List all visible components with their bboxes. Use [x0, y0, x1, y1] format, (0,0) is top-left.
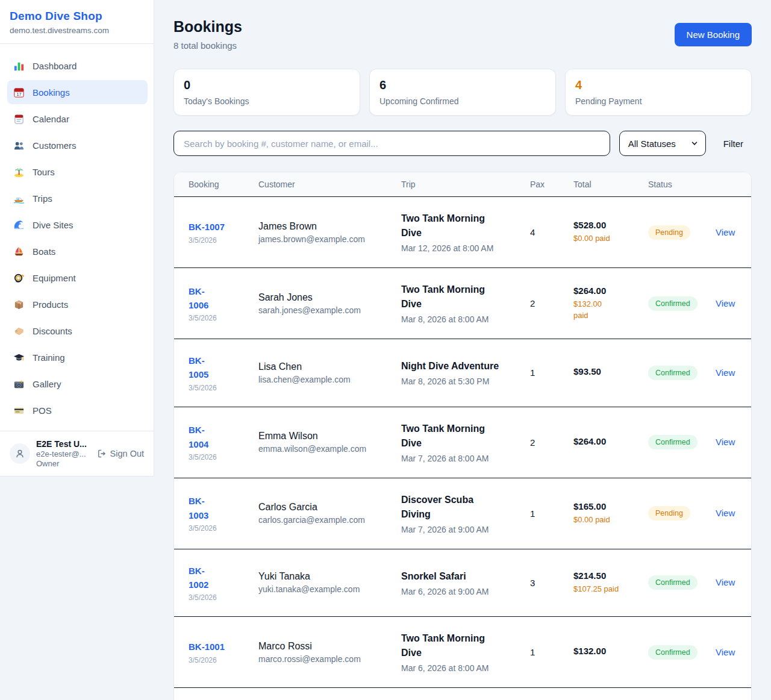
- trip-name: Two Tank Morning Dive: [401, 211, 511, 240]
- sidebar-item-pos[interactable]: POS: [7, 398, 148, 422]
- status-badge: Confirmed: [648, 575, 698, 590]
- pax-count: 2: [530, 437, 554, 448]
- sidebar-item-dive-sites[interactable]: Dive Sites: [7, 213, 148, 237]
- sidebar-item-dashboard[interactable]: Dashboard: [7, 54, 148, 78]
- sidebar-item-discounts[interactable]: Discounts: [7, 319, 148, 343]
- booking-id-link[interactable]: BK- 1004: [189, 423, 239, 451]
- speedboat-icon: [13, 193, 25, 204]
- sidebar-item-equipment[interactable]: Equipment: [7, 266, 148, 290]
- view-link[interactable]: View: [716, 298, 735, 308]
- customer-email: marco.rossi@example.com: [258, 654, 382, 664]
- customer-email: yuki.tanaka@example.com: [258, 584, 382, 594]
- sidebar-item-label: POS: [33, 405, 52, 416]
- brand: Demo Dive Shop demo.test.divestreams.com: [0, 0, 154, 44]
- sidebar-item-training[interactable]: Training: [7, 345, 148, 369]
- sidebar-nav: Dashboard 17 Bookings Calendar Customers…: [0, 44, 154, 431]
- total-amount: $214.50: [573, 570, 629, 581]
- booking-date: 3/5/2026: [189, 656, 239, 664]
- calendar-date-icon: 17: [13, 87, 25, 98]
- svg-text:17: 17: [17, 92, 22, 97]
- sidebar-item-label: Boats: [33, 246, 55, 257]
- chevron-down-icon: [691, 140, 698, 147]
- sign-out-label: Sign Out: [110, 449, 144, 458]
- sidebar-item-boats[interactable]: Boats: [7, 239, 148, 263]
- booking-id-link[interactable]: BK- 1006: [189, 284, 239, 313]
- sidebar-item-tours[interactable]: Tours: [7, 160, 148, 184]
- sidebar-item-bookings[interactable]: 17 Bookings: [7, 80, 148, 104]
- pax-count: 2: [530, 298, 554, 308]
- customer-email: james.brown@example.com: [258, 234, 382, 244]
- sidebar-item-products[interactable]: Products: [7, 292, 148, 316]
- sidebar-item-customers[interactable]: Customers: [7, 133, 148, 157]
- customer-name: Yuki Tanaka: [258, 571, 382, 582]
- view-link[interactable]: View: [716, 367, 735, 378]
- sidebar-item-label: Trips: [33, 193, 52, 204]
- booking-date: 3/5/2026: [189, 314, 239, 322]
- total-amount: $132.00: [573, 646, 629, 656]
- stat-value: 4: [575, 78, 741, 92]
- paid-amount: $0.00 paid: [573, 233, 629, 245]
- view-link[interactable]: View: [716, 577, 735, 587]
- trip-name: Discover Scuba Diving: [401, 493, 511, 522]
- booking-id-link[interactable]: BK-1007: [189, 220, 239, 234]
- view-link[interactable]: View: [716, 508, 735, 518]
- stats-row: 0 Today's Bookings 6 Upcoming Confirmed …: [173, 69, 752, 116]
- sign-out-button[interactable]: Sign Out: [97, 449, 144, 458]
- sign-out-icon: [97, 449, 107, 458]
- stat-label: Upcoming Confirmed: [379, 96, 546, 106]
- view-link[interactable]: View: [716, 227, 735, 237]
- search-input[interactable]: [173, 131, 610, 156]
- view-link[interactable]: View: [716, 437, 735, 447]
- filter-button[interactable]: Filter: [715, 139, 752, 149]
- stat-label: Pending Payment: [575, 96, 741, 106]
- total-amount: $93.50: [573, 366, 629, 377]
- calendar-icon: [13, 113, 25, 125]
- pax-count: 1: [530, 367, 554, 378]
- booking-id-link[interactable]: BK-1001: [189, 640, 239, 654]
- table-row: BK- 10043/5/2026 Emma Wilsonemma.wilson@…: [174, 407, 751, 478]
- paid-amount: $0.00 paid: [573, 514, 629, 526]
- trip-name: Two Tank Morning Dive: [401, 422, 511, 451]
- sidebar-item-gallery[interactable]: Gallery: [7, 372, 148, 396]
- sidebar-item-label: Products: [33, 299, 68, 310]
- booking-id-link[interactable]: BK- 1005: [189, 354, 239, 382]
- sidebar-item-label: Customers: [33, 140, 76, 151]
- customer-email: emma.wilson@example.com: [258, 444, 382, 454]
- sidebar-item-calendar[interactable]: Calendar: [7, 107, 148, 131]
- trip-name: Two Tank Morning Dive: [401, 631, 511, 660]
- brand-name: Demo Dive Shop: [10, 10, 144, 23]
- status-badge: Confirmed: [648, 645, 698, 660]
- page-subtitle: 8 total bookings: [173, 40, 242, 51]
- total-amount: $264.00: [573, 436, 629, 446]
- booking-id-link[interactable]: BK- 1003: [189, 494, 239, 522]
- status-badge: Confirmed: [648, 435, 698, 449]
- trip-datetime: Mar 8, 2026 at 5:30 PM: [401, 377, 511, 386]
- wave-icon: [13, 219, 25, 231]
- bar-chart-icon: [13, 60, 25, 72]
- sidebar-item-label: Dive Sites: [33, 220, 73, 230]
- column-header-actions: [706, 172, 751, 197]
- pax-count: 3: [530, 578, 554, 588]
- sidebar-item-label: Dashboard: [33, 61, 76, 71]
- camera-icon: [13, 378, 25, 390]
- status-filter-select[interactable]: All Statuses: [619, 131, 706, 156]
- column-header-booking: Booking: [174, 172, 249, 197]
- trip-datetime: Mar 6, 2026 at 9:00 AM: [401, 587, 511, 596]
- table-header-row: Booking Customer Trip Pax Total Status: [174, 172, 751, 197]
- total-amount: $528.00: [573, 220, 629, 230]
- tag-icon: [13, 325, 25, 337]
- view-link[interactable]: View: [716, 647, 735, 657]
- total-amount: $264.00: [573, 286, 629, 296]
- table-row: BK-10013/5/2026 Marco Rossimarco.rossi@e…: [174, 617, 751, 688]
- sidebar-item-label: Bookings: [33, 87, 70, 98]
- stat-label: Today's Bookings: [184, 96, 350, 106]
- graduation-cap-icon: [13, 352, 25, 363]
- booking-id-link[interactable]: BK- 1002: [189, 564, 239, 592]
- new-booking-button[interactable]: New Booking: [675, 23, 752, 46]
- pax-count: 1: [530, 508, 554, 519]
- sidebar-item-trips[interactable]: Trips: [7, 186, 148, 210]
- sailboat-icon: [13, 246, 25, 257]
- customer-name: Marco Rossi: [258, 641, 382, 652]
- paid-amount: $107.25 paid: [573, 583, 629, 595]
- status-badge: Pending: [648, 225, 690, 240]
